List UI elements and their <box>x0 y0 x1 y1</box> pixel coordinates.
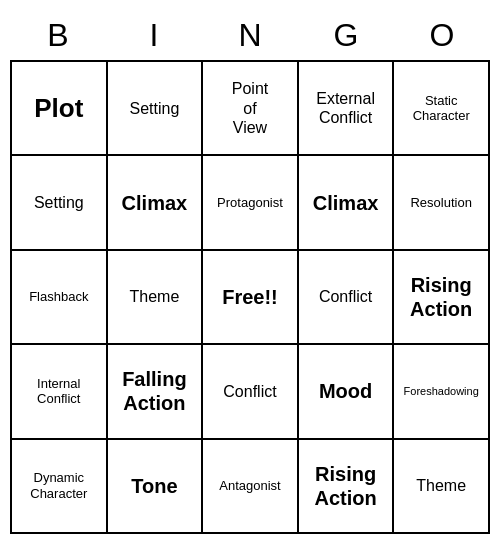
cell-text-12: Free!! <box>222 285 278 309</box>
cell-text-20: DynamicCharacter <box>30 470 87 501</box>
bingo-cell-14: RisingAction <box>394 251 490 345</box>
bingo-grid: PlotSettingPointofViewExternalConflictSt… <box>10 60 490 534</box>
bingo-cell-18: Mood <box>299 345 395 439</box>
cell-text-3: ExternalConflict <box>316 89 375 127</box>
header-letter-N: N <box>202 10 298 60</box>
bingo-cell-1: Setting <box>108 62 204 156</box>
bingo-cell-4: StaticCharacter <box>394 62 490 156</box>
bingo-cell-10: Flashback <box>12 251 108 345</box>
cell-text-22: Antagonist <box>219 478 280 494</box>
bingo-cell-0: Plot <box>12 62 108 156</box>
bingo-cell-17: Conflict <box>203 345 299 439</box>
bingo-cell-11: Theme <box>108 251 204 345</box>
cell-text-10: Flashback <box>29 289 88 305</box>
cell-text-19: Foreshadowing <box>404 385 479 398</box>
cell-text-14: RisingAction <box>410 273 472 321</box>
bingo-cell-6: Climax <box>108 156 204 250</box>
bingo-cell-22: Antagonist <box>203 440 299 534</box>
bingo-cell-7: Protagonist <box>203 156 299 250</box>
bingo-cell-3: ExternalConflict <box>299 62 395 156</box>
bingo-cell-24: Theme <box>394 440 490 534</box>
cell-text-6: Climax <box>122 191 188 215</box>
bingo-cell-9: Resolution <box>394 156 490 250</box>
bingo-cell-21: Tone <box>108 440 204 534</box>
bingo-card: BINGO PlotSettingPointofViewExternalConf… <box>10 10 490 534</box>
cell-text-18: Mood <box>319 379 372 403</box>
cell-text-4: StaticCharacter <box>413 93 470 124</box>
bingo-cell-20: DynamicCharacter <box>12 440 108 534</box>
bingo-cell-16: FallingAction <box>108 345 204 439</box>
cell-text-24: Theme <box>416 476 466 495</box>
cell-text-17: Conflict <box>223 382 276 401</box>
bingo-cell-15: InternalConflict <box>12 345 108 439</box>
cell-text-8: Climax <box>313 191 379 215</box>
cell-text-15: InternalConflict <box>37 376 80 407</box>
cell-text-5: Setting <box>34 193 84 212</box>
bingo-cell-13: Conflict <box>299 251 395 345</box>
cell-text-9: Resolution <box>410 195 471 211</box>
cell-text-13: Conflict <box>319 287 372 306</box>
bingo-cell-12: Free!! <box>203 251 299 345</box>
bingo-cell-19: Foreshadowing <box>394 345 490 439</box>
header-letter-B: B <box>10 10 106 60</box>
bingo-cell-2: PointofView <box>203 62 299 156</box>
cell-text-0: Plot <box>34 93 83 124</box>
cell-text-7: Protagonist <box>217 195 283 211</box>
header-letter-O: O <box>394 10 490 60</box>
bingo-cell-8: Climax <box>299 156 395 250</box>
cell-text-11: Theme <box>129 287 179 306</box>
header-letter-G: G <box>298 10 394 60</box>
cell-text-16: FallingAction <box>122 367 186 415</box>
header-letter-I: I <box>106 10 202 60</box>
cell-text-23: RisingAction <box>314 462 376 510</box>
bingo-cell-23: RisingAction <box>299 440 395 534</box>
cell-text-2: PointofView <box>232 79 268 137</box>
bingo-cell-5: Setting <box>12 156 108 250</box>
cell-text-1: Setting <box>129 99 179 118</box>
cell-text-21: Tone <box>131 474 177 498</box>
bingo-header: BINGO <box>10 10 490 60</box>
